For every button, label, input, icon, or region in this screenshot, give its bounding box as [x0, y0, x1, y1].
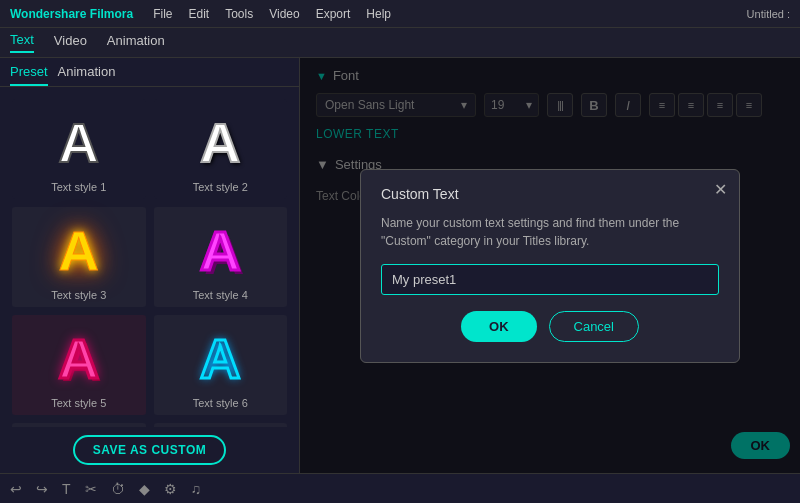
style-grid: A Text style 1 A Text style 2 A Text sty… — [0, 87, 299, 427]
style-preview-2: A — [170, 107, 270, 177]
menu-tools[interactable]: Tools — [225, 7, 253, 21]
modal-overlay: Custom Text ✕ Name your custom text sett… — [300, 58, 800, 473]
style-item-2[interactable]: A Text style 2 — [154, 99, 288, 199]
style-label-3: Text style 3 — [51, 289, 106, 301]
preset-name-input[interactable] — [381, 264, 719, 295]
clock-icon[interactable]: ⏱ — [111, 481, 125, 497]
style-preview-4: A — [170, 215, 270, 285]
text-icon[interactable]: T — [62, 481, 71, 497]
style-label-6: Text style 6 — [193, 397, 248, 409]
undo-icon[interactable]: ↩ — [10, 481, 22, 497]
right-panel: ▼ Font Open Sans Light ▾ 19 ▾ ||| B I ≡ … — [300, 58, 800, 473]
tab-animation[interactable]: Animation — [107, 33, 165, 52]
style-preview-3: A — [29, 215, 129, 285]
style-item-3[interactable]: A Text style 3 — [12, 207, 146, 307]
style-label-5: Text style 5 — [51, 397, 106, 409]
style-item-6[interactable]: A Text style 6 — [154, 315, 288, 415]
style-preview-1: A — [29, 107, 129, 177]
ptab-preset[interactable]: Preset — [10, 64, 48, 86]
style-item-4[interactable]: A Text style 4 — [154, 207, 288, 307]
modal-ok-button[interactable]: OK — [461, 311, 537, 342]
redo-icon[interactable]: ↪ — [36, 481, 48, 497]
menu-edit[interactable]: Edit — [188, 7, 209, 21]
scissors-icon[interactable]: ✂ — [85, 481, 97, 497]
sliders-icon[interactable]: ⚙ — [164, 481, 177, 497]
modal-cancel-button[interactable]: Cancel — [549, 311, 639, 342]
style-label-4: Text style 4 — [193, 289, 248, 301]
audio-icon[interactable]: ♫ — [191, 481, 202, 497]
diamond-icon[interactable]: ◆ — [139, 481, 150, 497]
tab-video[interactable]: Video — [54, 33, 87, 52]
style-item-7[interactable]: A Text style 7 — [12, 423, 146, 427]
menu-help[interactable]: Help — [366, 7, 391, 21]
app-logo: Wondershare Filmora — [10, 7, 133, 21]
save-as-custom-button[interactable]: SAVE AS CUSTOM — [73, 435, 226, 465]
style-item-5[interactable]: A Text style 5 — [12, 315, 146, 415]
custom-text-modal: Custom Text ✕ Name your custom text sett… — [360, 169, 740, 363]
titlebar: Wondershare Filmora File Edit Tools Vide… — [0, 0, 800, 28]
ptab-animation[interactable]: Animation — [58, 64, 116, 86]
left-panel: Preset Animation A Text style 1 A Text s… — [0, 58, 300, 473]
main-area: Preset Animation A Text style 1 A Text s… — [0, 58, 800, 473]
main-tabbar: Text Video Animation — [0, 28, 800, 58]
bottom-toolbar: ↩ ↪ T ✂ ⏱ ◆ ⚙ ♫ — [0, 473, 800, 503]
modal-title: Custom Text — [381, 186, 719, 202]
menu-export[interactable]: Export — [316, 7, 351, 21]
menu-bar: File Edit Tools Video Export Help — [153, 7, 391, 21]
menu-video[interactable]: Video — [269, 7, 299, 21]
menu-file[interactable]: File — [153, 7, 172, 21]
style-preview-5: A — [29, 323, 129, 393]
modal-description: Name your custom text settings and find … — [381, 214, 719, 250]
style-item-8[interactable]: A Text style 8 — [154, 423, 288, 427]
style-label-2: Text style 2 — [193, 181, 248, 193]
style-preview-6: A — [170, 323, 270, 393]
modal-buttons: OK Cancel — [381, 311, 719, 342]
style-item-1[interactable]: A Text style 1 — [12, 99, 146, 199]
style-label-1: Text style 1 — [51, 181, 106, 193]
modal-close-button[interactable]: ✕ — [714, 180, 727, 199]
tab-text[interactable]: Text — [10, 32, 34, 53]
window-title: Untitled : — [747, 8, 790, 20]
preset-tabs: Preset Animation — [0, 58, 299, 87]
